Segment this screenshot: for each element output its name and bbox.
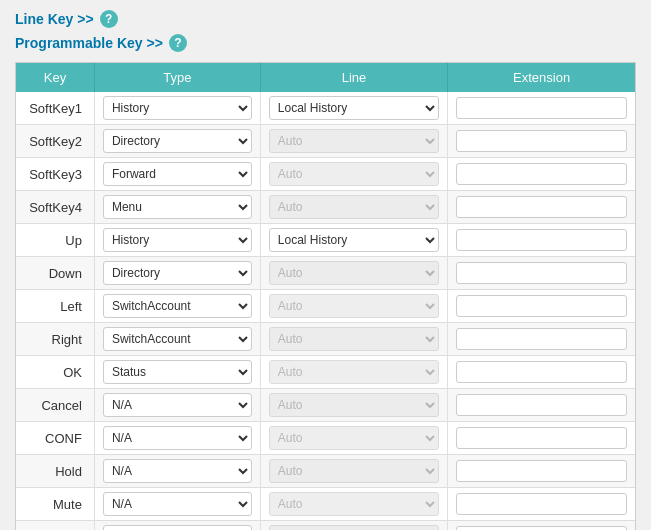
line-key-section: Line Key >> ? <box>15 10 636 28</box>
extension-cell[interactable] <box>448 290 635 323</box>
extension-cell[interactable] <box>448 323 635 356</box>
line-select: Auto <box>269 261 439 285</box>
table-row: SoftKey4HistoryDirectoryForwardMenuSwitc… <box>16 191 635 224</box>
line-cell: Auto <box>260 389 447 422</box>
line-select[interactable]: Local HistoryAuto <box>269 96 439 120</box>
extension-input[interactable] <box>456 526 627 530</box>
extension-input[interactable] <box>456 262 627 284</box>
line-select: Auto <box>269 360 439 384</box>
type-cell[interactable]: HistoryDirectoryForwardMenuSwitchAccount… <box>94 290 260 323</box>
line-cell: Auto <box>260 290 447 323</box>
extension-cell[interactable] <box>448 92 635 125</box>
type-select[interactable]: HistoryDirectoryForwardMenuSwitchAccount… <box>103 129 252 153</box>
extension-input[interactable] <box>456 493 627 515</box>
header-line: Line <box>260 63 447 92</box>
type-select[interactable]: HistoryDirectoryForwardMenuSwitchAccount… <box>103 426 252 450</box>
line-select: Auto <box>269 426 439 450</box>
extension-cell[interactable] <box>448 158 635 191</box>
type-cell[interactable]: HistoryDirectoryForwardMenuSwitchAccount… <box>94 455 260 488</box>
type-select[interactable]: HistoryDirectoryForwardMenuSwitchAccount… <box>103 327 252 351</box>
line-select: Auto <box>269 459 439 483</box>
type-cell[interactable]: HistoryDirectoryForwardMenuSwitchAccount… <box>94 92 260 125</box>
type-cell[interactable]: HistoryDirectoryForwardMenuSwitchAccount… <box>94 257 260 290</box>
line-cell[interactable]: Local HistoryAuto <box>260 92 447 125</box>
extension-cell[interactable] <box>448 125 635 158</box>
type-select[interactable]: HistoryDirectoryForwardMenuSwitchAccount… <box>103 360 252 384</box>
extension-input[interactable] <box>456 295 627 317</box>
header-type: Type <box>94 63 260 92</box>
line-select: Auto <box>269 294 439 318</box>
line-cell: Auto <box>260 521 447 531</box>
extension-cell[interactable] <box>448 422 635 455</box>
extension-input[interactable] <box>456 130 627 152</box>
type-cell[interactable]: HistoryDirectoryForwardMenuSwitchAccount… <box>94 224 260 257</box>
line-key-help-icon[interactable]: ? <box>100 10 118 28</box>
type-select[interactable]: HistoryDirectoryForwardMenuSwitchAccount… <box>103 459 252 483</box>
extension-input[interactable] <box>456 196 627 218</box>
extension-cell[interactable] <box>448 356 635 389</box>
line-select: Auto <box>269 129 439 153</box>
type-cell[interactable]: HistoryDirectoryForwardMenuSwitchAccount… <box>94 323 260 356</box>
key-cell: CONF <box>16 422 94 455</box>
table-row: TRANHistoryDirectoryForwardMenuSwitchAcc… <box>16 521 635 531</box>
table-row: RightHistoryDirectoryForwardMenuSwitchAc… <box>16 323 635 356</box>
extension-cell[interactable] <box>448 257 635 290</box>
line-select: Auto <box>269 525 439 530</box>
line-cell: Auto <box>260 191 447 224</box>
header-key: Key <box>16 63 94 92</box>
programmable-key-section: Programmable Key >> ? <box>15 34 636 52</box>
extension-input[interactable] <box>456 163 627 185</box>
line-select: Auto <box>269 492 439 516</box>
key-cell: Cancel <box>16 389 94 422</box>
type-select[interactable]: HistoryDirectoryForwardMenuSwitchAccount… <box>103 492 252 516</box>
table-row: SoftKey1HistoryDirectoryForwardMenuSwitc… <box>16 92 635 125</box>
extension-input[interactable] <box>456 427 627 449</box>
extension-input[interactable] <box>456 361 627 383</box>
extension-cell[interactable] <box>448 224 635 257</box>
type-select[interactable]: HistoryDirectoryForwardMenuSwitchAccount… <box>103 195 252 219</box>
table-row: HoldHistoryDirectoryForwardMenuSwitchAcc… <box>16 455 635 488</box>
type-cell[interactable]: HistoryDirectoryForwardMenuSwitchAccount… <box>94 125 260 158</box>
line-cell: Auto <box>260 125 447 158</box>
type-cell[interactable]: HistoryDirectoryForwardMenuSwitchAccount… <box>94 521 260 531</box>
line-key-link[interactable]: Line Key >> <box>15 11 94 27</box>
key-cell: SoftKey4 <box>16 191 94 224</box>
type-select[interactable]: HistoryDirectoryForwardMenuSwitchAccount… <box>103 261 252 285</box>
type-cell[interactable]: HistoryDirectoryForwardMenuSwitchAccount… <box>94 356 260 389</box>
key-cell: Down <box>16 257 94 290</box>
extension-cell[interactable] <box>448 191 635 224</box>
key-cell: OK <box>16 356 94 389</box>
line-cell: Auto <box>260 323 447 356</box>
line-select: Auto <box>269 393 439 417</box>
type-cell[interactable]: HistoryDirectoryForwardMenuSwitchAccount… <box>94 158 260 191</box>
extension-input[interactable] <box>456 97 627 119</box>
type-select[interactable]: HistoryDirectoryForwardMenuSwitchAccount… <box>103 96 252 120</box>
key-cell: Up <box>16 224 94 257</box>
extension-cell[interactable] <box>448 521 635 531</box>
type-cell[interactable]: HistoryDirectoryForwardMenuSwitchAccount… <box>94 389 260 422</box>
type-select[interactable]: HistoryDirectoryForwardMenuSwitchAccount… <box>103 162 252 186</box>
table-row: SoftKey2HistoryDirectoryForwardMenuSwitc… <box>16 125 635 158</box>
extension-cell[interactable] <box>448 389 635 422</box>
extension-input[interactable] <box>456 460 627 482</box>
extension-input[interactable] <box>456 229 627 251</box>
type-select[interactable]: HistoryDirectoryForwardMenuSwitchAccount… <box>103 525 252 530</box>
type-cell[interactable]: HistoryDirectoryForwardMenuSwitchAccount… <box>94 488 260 521</box>
type-cell[interactable]: HistoryDirectoryForwardMenuSwitchAccount… <box>94 191 260 224</box>
extension-input[interactable] <box>456 394 627 416</box>
line-cell: Auto <box>260 455 447 488</box>
extension-cell[interactable] <box>448 488 635 521</box>
type-select[interactable]: HistoryDirectoryForwardMenuSwitchAccount… <box>103 228 252 252</box>
extension-input[interactable] <box>456 328 627 350</box>
type-cell[interactable]: HistoryDirectoryForwardMenuSwitchAccount… <box>94 422 260 455</box>
type-select[interactable]: HistoryDirectoryForwardMenuSwitchAccount… <box>103 294 252 318</box>
line-cell[interactable]: Local HistoryAuto <box>260 224 447 257</box>
programmable-key-help-icon[interactable]: ? <box>169 34 187 52</box>
key-cell: TRAN <box>16 521 94 531</box>
line-select[interactable]: Local HistoryAuto <box>269 228 439 252</box>
line-select: Auto <box>269 327 439 351</box>
type-select[interactable]: HistoryDirectoryForwardMenuSwitchAccount… <box>103 393 252 417</box>
key-cell: Hold <box>16 455 94 488</box>
extension-cell[interactable] <box>448 455 635 488</box>
programmable-key-link[interactable]: Programmable Key >> <box>15 35 163 51</box>
